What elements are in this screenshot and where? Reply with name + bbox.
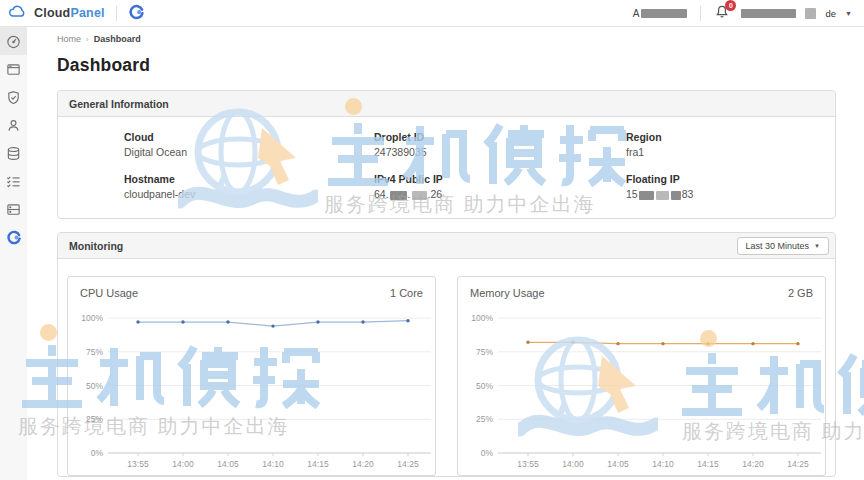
cpu-capacity-label: 1 Core bbox=[390, 287, 423, 299]
database-icon bbox=[6, 146, 21, 161]
refresh-swirl-icon[interactable] bbox=[128, 3, 145, 24]
page-title: Dashboard bbox=[57, 55, 836, 76]
svg-text:100%: 100% bbox=[81, 313, 103, 323]
svg-text:13:55: 13:55 bbox=[127, 459, 149, 469]
topbar-divider bbox=[116, 6, 117, 21]
field-cloud: Cloud Digital Ocean bbox=[124, 131, 374, 158]
svg-text:14:15: 14:15 bbox=[307, 459, 329, 469]
time-range-label: Last 30 Minutes bbox=[746, 241, 810, 251]
ip-redaction bbox=[671, 191, 681, 200]
svg-text:14:00: 14:00 bbox=[562, 459, 584, 469]
field-label: Droplet ID bbox=[374, 131, 626, 143]
cloud-logo-icon bbox=[8, 3, 27, 23]
brand-bold: Cloud bbox=[34, 6, 70, 20]
flag-icon bbox=[805, 8, 816, 19]
server-icon bbox=[6, 202, 21, 217]
field-value-redacted: 1583 bbox=[626, 188, 825, 200]
ip-redaction bbox=[390, 191, 407, 200]
general-information-header: General Information bbox=[58, 91, 835, 117]
svg-text:14:20: 14:20 bbox=[352, 459, 374, 469]
sidebar-item-services[interactable] bbox=[0, 167, 27, 195]
checklist-icon bbox=[6, 174, 21, 189]
svg-text:50%: 50% bbox=[475, 381, 492, 391]
cloudpanel-swirl-icon bbox=[6, 229, 22, 245]
svg-text:14:25: 14:25 bbox=[397, 459, 419, 469]
field-floating-ip: Floating IP 1583 bbox=[626, 173, 825, 200]
field-value: fra1 bbox=[626, 146, 825, 158]
brand-light: Panel bbox=[70, 6, 104, 20]
svg-text:14:05: 14:05 bbox=[607, 459, 629, 469]
svg-text:75%: 75% bbox=[85, 347, 102, 357]
chevron-down-icon: ▼ bbox=[814, 243, 820, 249]
field-value: Digital Ocean bbox=[124, 146, 374, 158]
brand-name[interactable]: CloudPanel bbox=[34, 6, 105, 20]
sidebar-item-databases[interactable] bbox=[0, 139, 27, 167]
sidebar-item-security[interactable] bbox=[0, 83, 27, 111]
field-label: Region bbox=[626, 131, 825, 143]
svg-text:25%: 25% bbox=[85, 414, 102, 424]
browser-window-icon bbox=[6, 62, 21, 77]
sidebar-item-sites[interactable] bbox=[0, 55, 27, 83]
language-selector[interactable]: de bbox=[825, 8, 836, 19]
breadcrumb: Home › Dashboard bbox=[57, 34, 836, 44]
shield-check-icon bbox=[6, 90, 21, 105]
account-name[interactable]: A bbox=[633, 8, 688, 19]
sidebar-item-dashboard[interactable] bbox=[0, 27, 27, 55]
breadcrumb-current: Dashboard bbox=[94, 34, 141, 44]
cpu-usage-chart: 100%75%50%25%0%13:5514:0014:0514:1014:15… bbox=[69, 301, 435, 473]
ip-redaction bbox=[656, 191, 669, 200]
svg-text:50%: 50% bbox=[85, 381, 102, 391]
user-icon bbox=[6, 118, 21, 133]
user-redaction bbox=[741, 9, 796, 18]
notifications-bell-icon[interactable]: 0 bbox=[714, 4, 732, 22]
svg-text:14:00: 14:00 bbox=[172, 459, 194, 469]
account-prefix: A bbox=[633, 8, 640, 19]
svg-text:25%: 25% bbox=[475, 414, 492, 424]
field-value: 247389035 bbox=[374, 146, 626, 158]
field-ipv4-public-ip: IPv4 Public IP 64...26 bbox=[374, 173, 626, 200]
general-information-body: Cloud Digital Ocean Droplet ID 247389035… bbox=[58, 117, 835, 218]
breadcrumb-home[interactable]: Home bbox=[57, 34, 81, 44]
topbar: CloudPanel A 0 de ▼ bbox=[0, 0, 864, 27]
field-label: Cloud bbox=[124, 131, 374, 143]
cpu-chart-title: CPU Usage bbox=[80, 287, 138, 299]
svg-text:14:20: 14:20 bbox=[742, 459, 764, 469]
svg-text:14:10: 14:10 bbox=[652, 459, 674, 469]
field-label: Floating IP bbox=[626, 173, 825, 185]
sidebar-item-cloudpanel[interactable] bbox=[0, 223, 27, 251]
svg-text:0%: 0% bbox=[90, 448, 103, 458]
field-hostname: Hostname cloudpanel-dev bbox=[124, 173, 374, 200]
ip-redaction bbox=[639, 191, 654, 200]
field-region: Region fra1 bbox=[626, 131, 825, 158]
svg-text:14:15: 14:15 bbox=[697, 459, 719, 469]
main-content: Home › Dashboard Dashboard General Infor… bbox=[27, 27, 864, 480]
gauge-icon bbox=[6, 34, 21, 49]
account-redaction bbox=[641, 9, 687, 18]
memory-capacity-label: 2 GB bbox=[788, 287, 813, 299]
sidebar-item-server[interactable] bbox=[0, 195, 27, 223]
sidebar bbox=[0, 27, 27, 480]
sidebar-item-users[interactable] bbox=[0, 111, 27, 139]
memory-usage-card: Memory Usage 2 GB 100%75%50%25%0%13:5514… bbox=[457, 276, 826, 476]
field-label: IPv4 Public IP bbox=[374, 173, 626, 185]
topbar-divider-2 bbox=[700, 6, 701, 21]
monitoring-title: Monitoring bbox=[69, 240, 123, 252]
svg-text:75%: 75% bbox=[475, 347, 492, 357]
svg-text:13:55: 13:55 bbox=[517, 459, 539, 469]
field-value: cloudpanel-dev bbox=[124, 188, 374, 200]
memory-usage-chart: 100%75%50%25%0%13:5514:0014:0514:1014:15… bbox=[459, 301, 825, 473]
svg-text:100%: 100% bbox=[471, 313, 493, 323]
field-value-redacted: 64...26 bbox=[374, 188, 626, 200]
svg-text:14:25: 14:25 bbox=[787, 459, 809, 469]
field-droplet-id: Droplet ID 247389035 bbox=[374, 131, 626, 158]
cloudpanel-dashboard: CloudPanel A 0 de ▼ bbox=[0, 0, 864, 480]
monitoring-header: Monitoring Last 30 Minutes ▼ bbox=[58, 233, 835, 259]
monitoring-panel: Monitoring Last 30 Minutes ▼ CPU Usage 1… bbox=[57, 232, 836, 477]
ip-redaction bbox=[412, 191, 427, 200]
field-label: Hostname bbox=[124, 173, 374, 185]
memory-chart-title: Memory Usage bbox=[470, 287, 545, 299]
svg-text:0%: 0% bbox=[480, 448, 493, 458]
chevron-down-icon[interactable]: ▼ bbox=[845, 10, 852, 17]
notification-badge: 0 bbox=[725, 0, 736, 11]
time-range-dropdown[interactable]: Last 30 Minutes ▼ bbox=[737, 237, 830, 255]
